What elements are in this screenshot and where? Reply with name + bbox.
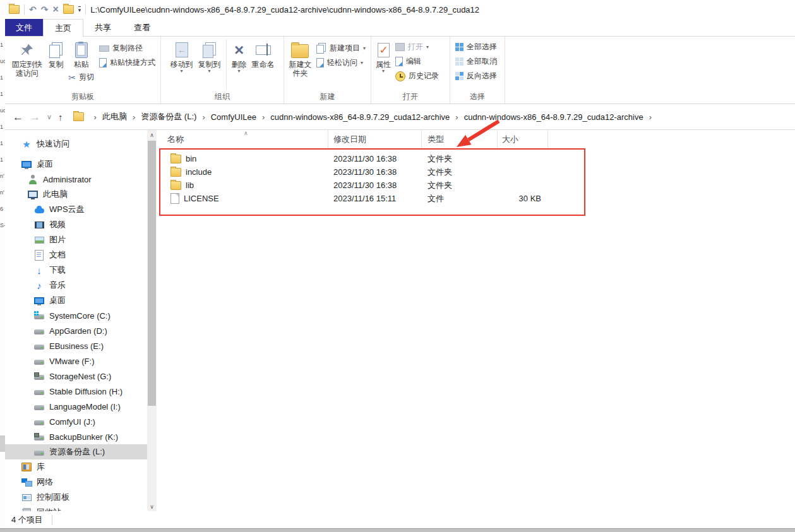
scroll-up-icon[interactable]: ∧ bbox=[147, 130, 157, 139]
recent-locations-icon[interactable]: ∨ bbox=[47, 114, 52, 121]
tab-home[interactable]: 主页 bbox=[43, 19, 83, 37]
group-label-clipboard: 剪贴板 bbox=[5, 92, 160, 103]
background-window-block bbox=[0, 435, 5, 452]
chevron-right-icon[interactable]: › bbox=[94, 112, 97, 122]
download-icon: ↓ bbox=[34, 266, 44, 275]
table-row-include[interactable]: include 2023/11/30 16:38 文件夹 bbox=[157, 165, 795, 179]
history-button[interactable]: 历史记录 bbox=[393, 69, 441, 83]
sidebar-item-drive-e[interactable]: EBusiness (E:) bbox=[5, 338, 147, 353]
user-icon bbox=[28, 175, 38, 184]
redo-icon[interactable]: ↷ bbox=[41, 5, 49, 14]
breadcrumb-current-folder[interactable]: cudnn-windows-x86_64-8.9.7.29_cuda12-arc… bbox=[464, 112, 643, 122]
sidebar-item-drive-k[interactable]: BackupBunker (K:) bbox=[5, 429, 147, 444]
tab-share[interactable]: 共享 bbox=[83, 19, 123, 36]
sidebar-item-libraries[interactable]: 库 bbox=[5, 459, 147, 475]
sidebar-item-music[interactable]: ♪音乐 bbox=[5, 278, 147, 293]
sidebar-item-drive-g[interactable]: StorageNest (G:) bbox=[5, 369, 147, 384]
delete-button[interactable]: × 删除 ▾ bbox=[230, 38, 249, 74]
sidebar-item-administrator[interactable]: Administrator bbox=[5, 172, 147, 187]
select-none-button[interactable]: 全部取消 bbox=[453, 54, 499, 69]
scrollbar-thumb[interactable] bbox=[148, 141, 156, 406]
sidebar-item-wps-cloud[interactable]: WPS云盘 bbox=[5, 202, 147, 217]
forward-icon[interactable]: → bbox=[30, 112, 40, 122]
breadcrumb-this-pc[interactable]: 此电脑 bbox=[102, 111, 127, 122]
copy-path-button[interactable]: 复制路径 bbox=[97, 41, 158, 56]
properties-check-icon bbox=[378, 40, 390, 60]
table-row-bin[interactable]: bin 2023/11/30 16:38 文件夹 bbox=[157, 152, 795, 165]
sidebar-item-recycle-bin[interactable]: 回收站 bbox=[5, 505, 147, 511]
paste-button[interactable]: 粘贴 bbox=[66, 38, 97, 70]
history-clock-icon bbox=[395, 71, 405, 81]
quick-toolbar-folder-icon[interactable] bbox=[63, 5, 74, 14]
chevron-right-icon[interactable]: › bbox=[455, 112, 458, 122]
breadcrumb-cudnn-archive[interactable]: cudnn-windows-x86_64-8.9.7.29_cuda12-arc… bbox=[270, 112, 450, 122]
chevron-right-icon[interactable]: › bbox=[133, 112, 135, 122]
copy-to-button[interactable]: 复制到 ▾ bbox=[196, 38, 223, 74]
cut-button[interactable]: ✂ 剪切 bbox=[66, 70, 97, 85]
sidebar-item-drive-d[interactable]: AppGarden (D:) bbox=[5, 323, 147, 338]
drive-icon bbox=[34, 327, 44, 334]
column-header-size[interactable]: 大小 bbox=[498, 130, 548, 148]
up-icon[interactable]: ↑ bbox=[58, 112, 63, 122]
group-label-open: 打开 bbox=[371, 92, 450, 103]
copy-to-icon bbox=[201, 40, 217, 60]
column-header-date-modified[interactable]: 修改日期 bbox=[328, 130, 422, 148]
breadcrumb-comfyuilee[interactable]: ComfyUILee bbox=[211, 112, 256, 122]
open-icon bbox=[395, 43, 405, 51]
sidebar-item-desktop[interactable]: 桌面 bbox=[5, 157, 147, 172]
back-icon[interactable]: ← bbox=[13, 112, 23, 122]
folder-icon bbox=[170, 155, 181, 163]
sidebar-item-this-pc[interactable]: 此电脑 bbox=[5, 187, 147, 202]
sidebar-item-drive-h[interactable]: Stable Diffusion (H:) bbox=[5, 384, 147, 399]
properties-button[interactable]: 属性 ▾ bbox=[374, 38, 393, 74]
sidebar-item-drive-i[interactable]: LanguageModel (I:) bbox=[5, 399, 147, 414]
breadcrumb: › 此电脑 › 资源备份盘 (L:) › ComfyUILee › cudnn-… bbox=[94, 111, 652, 122]
sidebar-scrollbar[interactable]: ∧ ∨ bbox=[147, 130, 157, 511]
table-row-lib[interactable]: lib 2023/11/30 16:38 文件夹 bbox=[157, 179, 795, 192]
customize-toolbar-icon[interactable]: ▾ bbox=[78, 6, 81, 13]
move-to-button[interactable]: ← 移动到 ▾ bbox=[169, 38, 195, 74]
group-divider bbox=[226, 40, 227, 90]
scroll-down-icon[interactable]: ∨ bbox=[147, 502, 157, 511]
edit-button[interactable]: 编辑 bbox=[393, 54, 441, 69]
column-header-type[interactable]: 类型 bbox=[422, 130, 498, 148]
chevron-right-icon[interactable]: › bbox=[649, 112, 652, 122]
chevron-right-icon[interactable]: › bbox=[262, 112, 265, 122]
new-item-button[interactable]: 新建项目 ▾ bbox=[314, 41, 368, 56]
sidebar-item-quick-access[interactable]: ★快速访问 bbox=[5, 136, 147, 151]
tab-view[interactable]: 查看 bbox=[123, 19, 162, 36]
tab-file[interactable]: 文件 bbox=[5, 19, 43, 36]
easy-access-button[interactable]: 轻松访问 ▾ bbox=[314, 56, 368, 70]
sidebar-item-drive-l[interactable]: 资源备份盘 (L:) bbox=[5, 444, 147, 459]
column-header-name[interactable]: ∧ 名称 bbox=[157, 130, 328, 148]
delete-icon[interactable]: × bbox=[52, 4, 58, 15]
dropdown-caret-icon: ▾ bbox=[382, 69, 385, 73]
sidebar-item-videos[interactable]: 视频 bbox=[5, 217, 147, 232]
navigation-bar: ← → ∨ ↑ › 此电脑 › 资源备份盘 (L:) › ComfyUILee … bbox=[5, 104, 795, 130]
dropdown-caret-icon: ▾ bbox=[426, 44, 429, 50]
pin-to-quick-access-button[interactable]: 固定到快速访问 bbox=[8, 38, 46, 79]
desktop-icon bbox=[21, 161, 32, 168]
invert-selection-button[interactable]: 反向选择 bbox=[453, 69, 499, 83]
undo-icon[interactable]: ↶ bbox=[29, 5, 37, 14]
sidebar-item-documents[interactable]: 文档 bbox=[5, 247, 147, 263]
sidebar-item-drive-c[interactable]: SystemCore (C:) bbox=[5, 308, 147, 323]
table-row-license[interactable]: LICENSE 2023/11/16 15:11 文件 30 KB bbox=[157, 192, 795, 205]
sidebar-item-drive-j[interactable]: ComfyUI (J:) bbox=[5, 414, 147, 429]
window-folder-icon[interactable] bbox=[9, 5, 20, 14]
sidebar-item-control-panel[interactable]: 控制面板 bbox=[5, 490, 147, 505]
open-button[interactable]: 打开 ▾ bbox=[393, 40, 441, 54]
sidebar-item-drive-f[interactable]: VMware (F:) bbox=[5, 353, 147, 369]
select-all-button[interactable]: 全部选择 bbox=[453, 40, 499, 54]
chevron-right-icon[interactable]: › bbox=[202, 112, 205, 122]
sidebar-item-downloads[interactable]: ↓下载 bbox=[5, 263, 147, 278]
rename-button[interactable]: 重命名 bbox=[250, 38, 277, 70]
sidebar-item-desktop-2[interactable]: 桌面 bbox=[5, 293, 147, 308]
new-folder-button[interactable]: 新建文件夹 bbox=[287, 38, 314, 79]
picture-icon bbox=[34, 237, 44, 244]
breadcrumb-drive-l[interactable]: 资源备份盘 (L:) bbox=[141, 111, 196, 122]
sidebar-item-network[interactable]: 网络 bbox=[5, 475, 147, 490]
copy-button[interactable]: 复制 bbox=[46, 38, 66, 70]
paste-shortcut-button[interactable]: 粘贴快捷方式 bbox=[97, 56, 158, 70]
sidebar-item-pictures[interactable]: 图片 bbox=[5, 232, 147, 247]
